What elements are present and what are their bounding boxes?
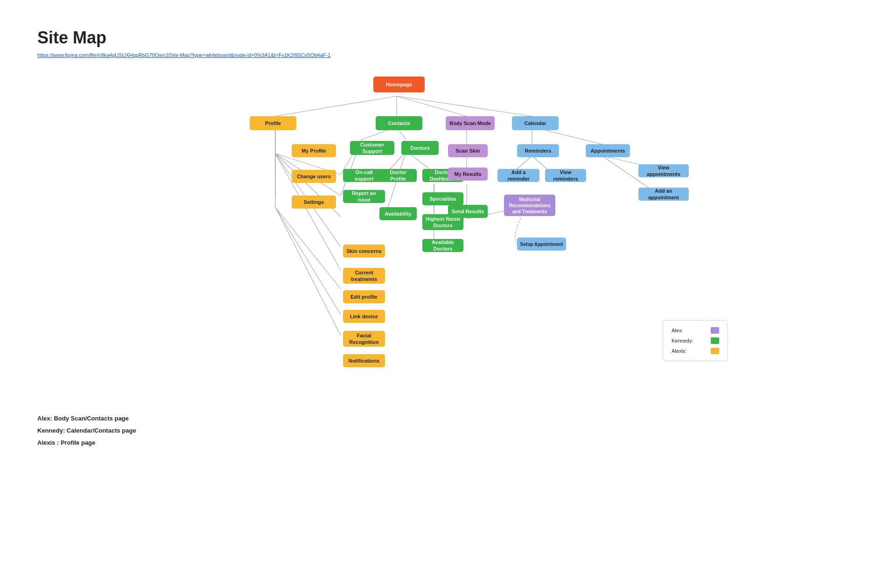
node-calendar: Calendar — [512, 116, 559, 130]
node-my-results: My Results — [448, 168, 488, 181]
node-link-device: Link device — [343, 310, 385, 323]
node-send-results: Send Results — [448, 205, 488, 218]
node-report-issue: Report an issue — [343, 190, 385, 203]
legend-swatch-kennedy — [711, 337, 719, 344]
page-title: Site Map — [37, 28, 859, 48]
legend-row-kennedy: Kennedy: — [672, 337, 719, 344]
node-doctors: Doctors — [401, 141, 439, 155]
node-add-reminder: Add a reminder — [497, 169, 539, 182]
node-contacts: Contacts — [376, 116, 422, 130]
node-on-call-support: On-call support — [343, 169, 385, 182]
legend-label-alex: Alex: — [672, 328, 709, 333]
sitemap-canvas: Homepage Profile Contacts Body Scan Mode… — [168, 72, 728, 399]
node-change-users: Change users — [292, 170, 336, 183]
legend-row-alexis: Alexis: — [672, 348, 719, 354]
svg-line-34 — [275, 207, 341, 289]
legend: Alex: Kennedy: Alexis: — [663, 320, 728, 361]
legend-swatch-alexis — [711, 348, 719, 354]
legend-swatch-alex — [711, 327, 719, 334]
note-alex-bold: Alex: — [37, 415, 52, 422]
note-alex: Alex: Body Scan/Contacts page — [37, 413, 859, 425]
node-my-profile: My Profile — [292, 144, 336, 157]
node-customer-support: Customer Support — [350, 141, 394, 155]
legend-label-kennedy: Kennedy: — [672, 338, 709, 343]
svg-line-2 — [397, 96, 467, 116]
node-skin-concerns: Skin concerns — [343, 245, 385, 258]
svg-line-36 — [275, 207, 341, 336]
node-facial-recognition: Facial Recognition — [343, 331, 385, 347]
node-setup-appointment: Setup Appointment — [517, 238, 566, 251]
node-view-appointments: View appointments — [638, 164, 689, 177]
node-current-treatments: Current treatments — [343, 268, 385, 284]
note-kennedy-text: Calendar/Contacts page — [67, 427, 136, 434]
svg-line-35 — [275, 207, 341, 315]
node-available-doctors: Available Doctors — [422, 239, 463, 252]
node-notifications: Notifications — [343, 354, 385, 367]
node-availability: Availability — [379, 207, 417, 220]
node-add-appointment: Add an appointment — [638, 188, 689, 201]
note-alexis-bold: Alexis — [37, 439, 55, 446]
note-alexis-text: : Profile page — [57, 439, 95, 446]
node-body-scan: Body Scan Mode — [446, 116, 495, 130]
node-view-reminders: View reminders — [545, 169, 586, 182]
node-appointments: Appointments — [586, 144, 630, 157]
node-reminders: Reminders — [517, 144, 559, 157]
svg-line-3 — [397, 96, 532, 116]
node-med-recommendations: Medicinal Recommendations and Treatments — [504, 195, 555, 216]
figma-link[interactable]: https://www.figma.com/file/n9ka4qUSUXHqp… — [37, 52, 859, 58]
bottom-notes: Alex: Body Scan/Contacts page Kennedy: C… — [37, 413, 859, 449]
note-alex-text: Body Scan/Contacts page — [54, 415, 128, 422]
legend-label-alexis: Alexis: — [672, 348, 709, 354]
note-kennedy-bold: Kennedy: — [37, 427, 65, 434]
node-homepage: Homepage — [373, 77, 425, 92]
svg-line-0 — [275, 96, 397, 116]
node-doctor-profile: Doctor Profile — [379, 169, 417, 182]
legend-row-alex: Alex: — [672, 327, 719, 334]
node-scan-skin: Scan Skin — [448, 144, 488, 157]
node-specialties: Specialties — [422, 192, 463, 205]
note-kennedy: Kennedy: Calendar/Contacts page — [37, 425, 859, 437]
note-alexis: Alexis : Profile page — [37, 437, 859, 449]
node-profile: Profile — [250, 116, 296, 130]
node-edit-profile: Edit profile — [343, 290, 385, 303]
node-settings: Settings — [292, 196, 336, 209]
